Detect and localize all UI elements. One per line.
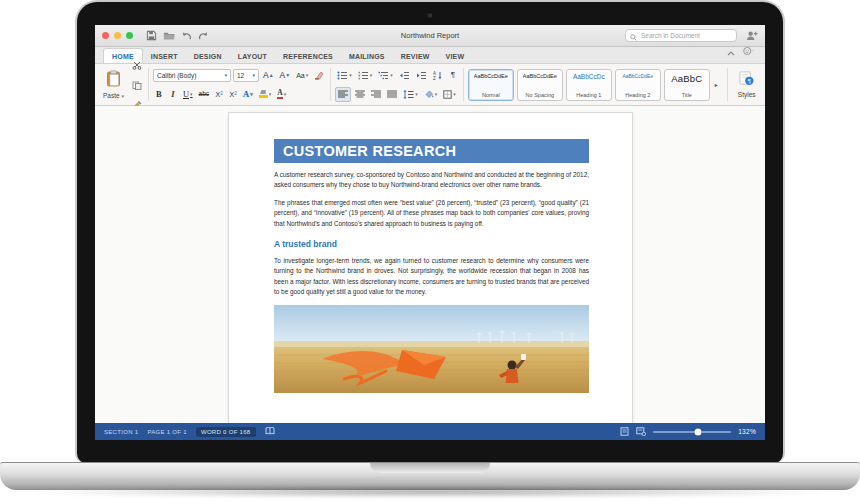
search-input[interactable] <box>639 31 729 40</box>
style-heading-1[interactable]: AaBbCcDc Heading 1 <box>566 69 612 101</box>
redo-icon[interactable] <box>198 31 209 41</box>
zoom-window-button[interactable] <box>126 32 133 39</box>
line-spacing-button[interactable]: ▾ <box>401 87 420 102</box>
tab-design[interactable]: DESIGN <box>186 49 230 63</box>
laptop-lid-notch <box>370 463 490 473</box>
tab-view[interactable]: VIEW <box>438 49 473 63</box>
save-icon[interactable] <box>146 30 157 41</box>
font-name-value: Calibri (Body) <box>157 72 196 79</box>
text-effects-button[interactable]: A▾ <box>241 87 255 102</box>
laptop-shadow <box>24 487 836 497</box>
style-normal[interactable]: AaBbCcDdEe Normal <box>468 69 514 101</box>
sort-button[interactable]: AZ <box>431 68 445 83</box>
style-no-spacing[interactable]: AaBbCcDdEe No Spacing <box>517 69 563 101</box>
paragraph[interactable]: A customer research survey, co-sponsored… <box>274 170 589 191</box>
shrink-font-button[interactable]: A▼ <box>278 68 293 83</box>
document-photo[interactable] <box>274 305 589 393</box>
align-center-button[interactable] <box>353 87 367 102</box>
zoom-level: 132% <box>738 428 756 435</box>
grow-font-button[interactable]: A▲ <box>261 68 276 83</box>
font-name-select[interactable]: Calibri (Body)▾ <box>153 69 231 82</box>
decrease-indent-button[interactable] <box>397 68 412 83</box>
webcam <box>428 13 433 18</box>
tab-layout[interactable]: LAYOUT <box>230 49 275 63</box>
paragraph[interactable]: To investigate longer-term trends, we ag… <box>274 256 589 298</box>
change-case-button[interactable]: Aa▾ <box>294 68 310 83</box>
search-box[interactable] <box>625 29 737 42</box>
tab-review[interactable]: REVIEW <box>393 49 438 63</box>
font-size-select[interactable]: 12▾ <box>233 69 259 82</box>
status-bar: SECTION 1 PAGE 1 OF 1 WORD 0 OF 168 132% <box>95 423 765 440</box>
font-color-button[interactable]: A▾ <box>275 87 288 102</box>
superscript-button[interactable]: X2 <box>227 87 239 102</box>
style-title[interactable]: AaBbC Title <box>664 69 710 101</box>
show-paragraph-marks-button[interactable]: ¶ <box>447 68 459 83</box>
tab-mailings[interactable]: MAILINGS <box>341 49 393 63</box>
paragraph[interactable]: The phrases that emerged most often were… <box>274 198 589 229</box>
subscript-button[interactable]: X2 <box>213 87 225 102</box>
align-right-button[interactable] <box>369 87 383 102</box>
svg-text:¶: ¶ <box>748 77 751 84</box>
share-contact-icon[interactable] <box>746 27 758 45</box>
more-styles-arrow[interactable]: ▸ <box>713 81 720 88</box>
style-heading-2[interactable]: AaBbCcDdEe Heading 2 <box>615 69 661 101</box>
underline-button[interactable]: U▾ <box>181 87 195 102</box>
multilevel-list-button[interactable]: ▾ <box>376 68 395 83</box>
proofing-book-icon[interactable] <box>265 427 275 436</box>
focus-view-icon[interactable] <box>636 427 646 437</box>
document-page[interactable]: CUSTOMER RESEARCH A customer research su… <box>228 112 633 440</box>
zoom-slider[interactable] <box>653 428 731 436</box>
tab-references[interactable]: REFERENCES <box>275 49 341 63</box>
zoom-slider-thumb[interactable] <box>695 428 702 435</box>
borders-button[interactable]: ▾ <box>441 87 458 102</box>
align-left-button[interactable] <box>335 87 351 102</box>
ribbon-tab-bar: HOME INSERT DESIGN LAYOUT REFERENCES MAI… <box>95 47 765 64</box>
style-gallery: AaBbCcDdEe Normal AaBbCcDdEe No Spacing … <box>468 66 759 103</box>
document-area: CUSTOMER RESEARCH A customer research su… <box>95 106 765 440</box>
search-icon <box>630 27 637 45</box>
highlight-color-button[interactable]: ▾ <box>257 87 274 102</box>
paste-button[interactable]: Paste ▾ <box>99 70 128 99</box>
tab-insert[interactable]: INSERT <box>143 49 186 63</box>
status-word-count[interactable]: WORD 0 OF 168 <box>196 427 256 437</box>
bullet-list-button[interactable]: ▾ <box>335 68 354 83</box>
clear-formatting-button[interactable] <box>312 68 326 83</box>
ribbon: Paste ▾ Calibri (Body)▾ 12▾ <box>95 64 765 106</box>
bold-button[interactable]: B <box>153 87 165 102</box>
styles-pane-icon: ¶ <box>739 71 754 90</box>
word-app-window: Northwind Report HOME INSERT DESIGN LAYO… <box>95 25 765 440</box>
title-bar: Northwind Report <box>95 25 765 47</box>
status-page[interactable]: PAGE 1 OF 1 <box>147 429 187 435</box>
increase-indent-button[interactable] <box>414 68 429 83</box>
highlighter-icon <box>259 90 268 98</box>
status-section[interactable]: SECTION 1 <box>104 429 138 435</box>
numbered-list-button[interactable]: ▾ <box>356 68 375 83</box>
laptop-screen-bezel: Northwind Report HOME INSERT DESIGN LAYO… <box>75 0 785 463</box>
styles-pane-button[interactable]: ¶ Styles <box>735 71 759 98</box>
undo-icon[interactable] <box>181 31 192 41</box>
strikethrough-button[interactable]: abc <box>197 87 211 102</box>
shading-button[interactable]: ▾ <box>422 87 440 102</box>
document-heading-banner[interactable]: CUSTOMER RESEARCH <box>274 139 589 163</box>
italic-button[interactable]: I <box>167 87 179 102</box>
close-window-button[interactable] <box>102 32 109 39</box>
paste-label: Paste <box>103 92 120 99</box>
paste-clipboard-icon <box>106 70 121 91</box>
open-folder-icon[interactable] <box>163 30 175 41</box>
cut-icon[interactable] <box>132 56 142 74</box>
print-layout-view-icon[interactable] <box>620 427 629 437</box>
svg-text:Z: Z <box>433 76 436 80</box>
zoom-slider-track <box>653 431 731 433</box>
justify-button[interactable] <box>385 87 399 102</box>
minimize-window-button[interactable] <box>114 32 121 39</box>
document-subheading[interactable]: A trusted brand <box>274 239 589 249</box>
copy-icon[interactable] <box>132 76 142 94</box>
font-size-value: 12 <box>237 72 244 79</box>
